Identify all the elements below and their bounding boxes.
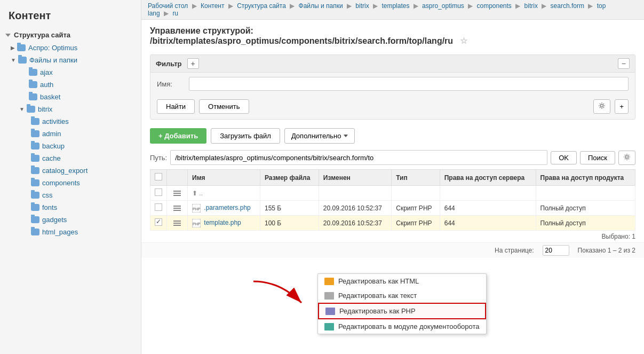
filter-add-button[interactable]: + <box>187 58 199 69</box>
context-menu-item-php[interactable]: Редактировать как PHP <box>318 303 486 319</box>
breadcrumb-link[interactable]: components <box>477 2 512 10</box>
folder-icon <box>18 57 27 64</box>
path-ok-button[interactable]: OK <box>551 151 577 164</box>
filter-actions: Найти Отменить + <box>150 99 635 119</box>
star-icon[interactable]: ☆ <box>460 36 467 45</box>
sidebar-item-admin[interactable]: admin <box>0 128 141 140</box>
breadcrumb-link[interactable]: Контент <box>201 2 224 10</box>
filter-gear-button[interactable] <box>593 99 610 114</box>
breadcrumb-link[interactable]: Структура сайта <box>237 2 286 10</box>
folder-icon <box>31 192 39 199</box>
breadcrumb-link[interactable]: aspro_optimus <box>422 2 464 10</box>
sidebar-item-label: fonts <box>42 203 57 211</box>
sidebar-item-label: html_pages <box>42 228 78 236</box>
breadcrumb-link[interactable]: bitrix <box>524 2 538 10</box>
path-search-button[interactable]: Поиск <box>580 151 615 164</box>
upload-button[interactable]: Загрузить файл <box>211 128 280 144</box>
svg-rect-10 <box>325 324 333 329</box>
breadcrumb-link[interactable]: bitrix <box>355 2 369 10</box>
filter-plus-button[interactable]: + <box>615 99 629 114</box>
breadcrumb-link[interactable]: lang <box>148 10 160 17</box>
sidebar-item-html-pages[interactable]: html_pages <box>0 226 141 238</box>
context-menu-item-html[interactable]: Редактировать как HTML <box>318 274 486 288</box>
breadcrumb-link[interactable]: ru <box>172 10 178 17</box>
row-checkbox[interactable] <box>155 188 162 196</box>
row-checkbox[interactable] <box>155 203 162 211</box>
folder-icon <box>29 93 37 100</box>
svg-point-1 <box>626 155 629 158</box>
per-page-input[interactable] <box>543 245 569 256</box>
context-menu-item-doc[interactable]: Редактировать в модуле документооборота <box>318 319 486 334</box>
row-menu-cell <box>167 186 188 201</box>
sidebar-item-basket[interactable]: ▶ basket <box>0 91 141 103</box>
sidebar-item-cache[interactable]: cache <box>0 152 141 164</box>
doc-icon <box>324 323 334 331</box>
sidebar-item-label: css <box>42 191 53 199</box>
html-icon <box>324 278 334 285</box>
filter-collapse-button[interactable]: − <box>618 58 630 69</box>
row-rights-server-cell: 644 <box>440 201 536 216</box>
breadcrumb: Рабочий стол ▶ Контент ▶ Структура сайта… <box>141 0 644 20</box>
add-button[interactable]: + Добавить <box>150 128 206 144</box>
table-wrapper: Имя Размер файла Изменен Тип Права на до… <box>141 169 644 231</box>
row-menu-button[interactable] <box>171 204 183 212</box>
sidebar-item-backup[interactable]: backup <box>0 140 141 152</box>
sidebar-item-auth[interactable]: ▶ auth <box>0 78 141 91</box>
th-size: Размер файла <box>260 170 319 186</box>
row-menu-button[interactable] <box>171 219 183 227</box>
sidebar-item-catalog-export[interactable]: catalog_export <box>0 164 141 177</box>
row-name-cell: PHP .parameters.php <box>188 201 260 216</box>
select-all-checkbox[interactable] <box>155 173 162 180</box>
path-bar: Путь: OK Поиск <box>141 148 644 169</box>
breadcrumb-link[interactable]: Файлы и папки <box>299 2 343 10</box>
path-label: Путь: <box>150 154 167 162</box>
php-file-icon: PHP <box>192 219 204 226</box>
sidebar-item-files[interactable]: ▼ Файлы и папки <box>0 54 141 66</box>
row-type-cell <box>392 186 440 201</box>
sidebar-item-css[interactable]: css <box>0 189 141 201</box>
sidebar-item-label: ajax <box>40 68 53 76</box>
svg-rect-9 <box>327 309 334 314</box>
row-filename[interactable]: .parameters.php <box>204 204 250 211</box>
per-page-label: На странице: <box>495 247 534 254</box>
row-menu-button[interactable] <box>171 190 183 197</box>
breadcrumb-link[interactable]: top <box>597 2 606 10</box>
filter-cancel-button[interactable]: Отменить <box>199 99 249 114</box>
th-modified: Изменен <box>319 170 391 186</box>
context-menu-item-text[interactable]: Редактировать как текст <box>318 288 486 303</box>
chevron-down-icon <box>5 34 11 37</box>
filter-find-button[interactable]: Найти <box>157 99 195 114</box>
arrow-right-icon: ▶ <box>19 69 23 75</box>
folder-icon <box>31 155 39 162</box>
sidebar-item-activities[interactable]: activities <box>0 115 141 128</box>
filter-name-input[interactable] <box>189 77 629 91</box>
path-gear-button[interactable] <box>618 151 635 165</box>
context-menu-label: Редактировать в модуле документооборота <box>338 322 480 331</box>
folder-icon <box>31 118 39 125</box>
arrow-right-icon: ▶ <box>19 94 23 100</box>
path-input[interactable] <box>170 150 547 165</box>
dropdown-arrow-icon <box>344 135 348 137</box>
folder-icon <box>29 69 37 76</box>
more-button[interactable]: Дополнительно <box>284 128 355 144</box>
sidebar-item-ajax[interactable]: ▶ ajax <box>0 66 141 78</box>
filter-panel: Фильтр + − Имя: Найти Отменить + <box>150 54 635 120</box>
sidebar-item-aspro[interactable]: ▶ Аспро: Optimus <box>0 42 141 54</box>
page-title: Управление структурой: /bitrix/templates… <box>150 26 635 46</box>
row-checkbox-cell <box>150 186 167 201</box>
sidebar-item-bitrix[interactable]: ▼ bitrix <box>0 103 141 115</box>
sidebar-item-gadgets[interactable]: gadgets <box>0 214 141 226</box>
row-checkbox-checked[interactable] <box>155 218 162 226</box>
sidebar-item-label: components <box>42 179 80 187</box>
breadcrumb-link[interactable]: Рабочий стол <box>148 2 188 10</box>
folder-up-icon: ⬆ .. <box>192 190 203 197</box>
row-size-cell: 155 Б <box>260 201 319 216</box>
filter-name-label: Имя: <box>157 80 189 88</box>
sidebar-item-fonts[interactable]: fonts <box>0 201 141 214</box>
sidebar-section-structure[interactable]: Структура сайта <box>0 28 141 42</box>
sidebar-item-components[interactable]: components <box>0 177 141 189</box>
breadcrumb-link[interactable]: search.form <box>551 2 584 10</box>
row-filename[interactable]: template.php <box>204 219 241 226</box>
arrow-right-icon: ▶ <box>19 82 23 88</box>
breadcrumb-link[interactable]: templates <box>381 2 409 10</box>
